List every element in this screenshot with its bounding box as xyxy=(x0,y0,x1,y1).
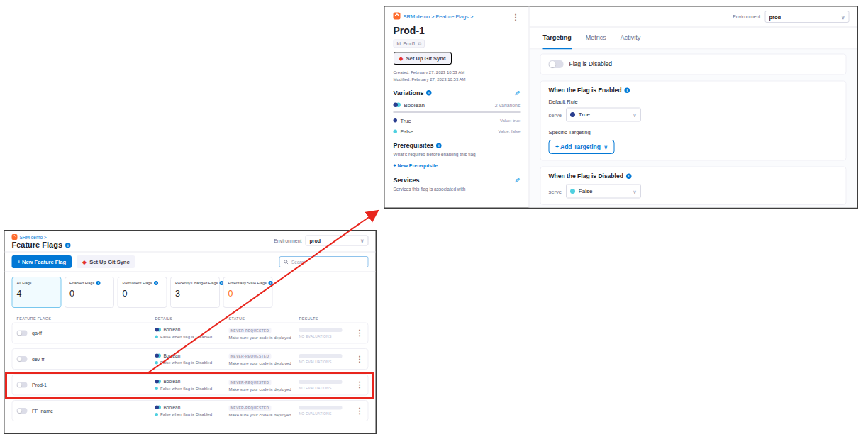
variation-value: Value: false xyxy=(499,129,521,134)
flag-name: dev-ff xyxy=(32,356,44,362)
chevron-down-icon xyxy=(603,144,607,150)
environment-bar: Environment prod xyxy=(274,236,368,246)
variation-dot-false xyxy=(155,361,159,365)
info-icon[interactable] xyxy=(626,173,632,179)
flag-detail-sidebar: SRM demo > Feature Flags > Prod-1 Id: Pr… xyxy=(385,7,530,208)
info-icon[interactable] xyxy=(426,90,432,96)
results-bar xyxy=(299,406,343,410)
flag-toggle[interactable] xyxy=(17,356,28,362)
row-menu-icon[interactable] xyxy=(356,380,364,389)
info-icon[interactable] xyxy=(65,243,71,248)
environment-select[interactable]: prod xyxy=(765,11,850,23)
tab[interactable]: Targeting xyxy=(543,28,572,50)
row-menu-icon[interactable] xyxy=(356,328,364,338)
flag-type: Boolean xyxy=(164,379,181,385)
modified-date: Modified: February 27, 2023 10:53 AM xyxy=(394,76,521,83)
results-bar xyxy=(299,328,343,333)
search-input[interactable] xyxy=(291,259,365,265)
variation-dot xyxy=(394,129,398,133)
stat-card[interactable]: All Flags 4 xyxy=(12,277,62,308)
info-icon[interactable] xyxy=(154,281,158,285)
flag-table-row[interactable]: dev-ff Boolean False when flag is Disabl… xyxy=(12,348,369,370)
flag-dates: Created: February 27, 2023 10:53 AM Modi… xyxy=(394,70,521,84)
flag-state-card: Flag is Disabled xyxy=(540,54,847,75)
flag-name: Prod-1 xyxy=(32,382,47,388)
flag-results-cell: NO EVALUATIONS xyxy=(299,380,347,390)
serve-value: False xyxy=(579,188,593,194)
variation-type-label: Boolean xyxy=(404,101,425,108)
copy-icon[interactable] xyxy=(418,41,421,47)
breadcrumb-text[interactable]: SRM demo > Feature Flags > xyxy=(404,13,474,19)
git-sync-label: Set Up Git Sync xyxy=(89,259,129,265)
add-targeting-button[interactable]: + Add Targeting xyxy=(549,140,615,154)
variations-list: True Value: true False Value: false xyxy=(394,117,521,134)
row-menu-icon[interactable] xyxy=(356,406,364,416)
environment-select[interactable]: prod xyxy=(306,236,369,246)
info-icon[interactable] xyxy=(96,281,101,285)
edit-services-icon[interactable] xyxy=(514,176,520,184)
disabled-serve-select[interactable]: False xyxy=(566,184,641,199)
status-badge: NEVER-REQUESTED xyxy=(229,405,272,411)
info-icon[interactable] xyxy=(624,87,630,93)
stat-value: 0 xyxy=(123,289,162,299)
setup-git-sync-button[interactable]: Set Up Git Sync xyxy=(77,255,135,268)
flag-toggle[interactable] xyxy=(17,408,28,414)
variation-type-row: Boolean 2 variations xyxy=(394,101,521,112)
flag-menu-icon[interactable] xyxy=(512,13,520,21)
flag-name: FF_name xyxy=(32,408,53,414)
results-text: NO EVALUATIONS xyxy=(299,360,347,365)
flag-table-row[interactable]: qa-ff Boolean False when flag is Disable… xyxy=(12,323,369,344)
col-details: DETAILS xyxy=(155,316,229,321)
git-sync-icon xyxy=(82,259,87,265)
flag-toggle[interactable] xyxy=(17,331,28,336)
default-rule-serve-select[interactable]: True xyxy=(566,108,641,122)
new-prerequisite-link[interactable]: + New Prerequisite xyxy=(394,162,521,168)
search-box xyxy=(279,256,369,267)
prerequisites-heading: Prerequisites xyxy=(394,142,521,150)
stat-value: 0 xyxy=(228,289,268,299)
tab[interactable]: Activity xyxy=(621,28,641,50)
info-icon[interactable] xyxy=(436,143,442,148)
breadcrumb[interactable]: SRM demo > Feature Flags > xyxy=(394,13,521,20)
add-targeting-label: + Add Targeting xyxy=(555,143,601,150)
srm-module-icon xyxy=(394,13,401,20)
stat-card[interactable]: Enabled Flags 0 xyxy=(65,277,114,308)
flag-toggle[interactable] xyxy=(17,382,28,388)
variation-name: True xyxy=(401,117,411,123)
row-menu-icon[interactable] xyxy=(356,355,364,364)
breadcrumb-text[interactable]: SRM demo > xyxy=(20,234,47,240)
flag-state-toggle[interactable] xyxy=(549,60,564,68)
chevron-down-icon xyxy=(841,14,845,20)
flag-state-label: Flag is Disabled xyxy=(569,61,612,68)
boolean-type-icon xyxy=(155,354,162,358)
stat-card[interactable]: Permanent Flags 0 xyxy=(118,277,167,308)
flag-type: Boolean xyxy=(164,405,181,411)
boolean-type-icon xyxy=(394,103,401,108)
stat-card[interactable]: Potentially Stale Flags 0 xyxy=(223,277,273,308)
flag-details-cell: Boolean False when flag is Disabled xyxy=(155,405,229,417)
table-header: FEATURE FLAGS DETAILS STATUS RESULTS xyxy=(5,314,376,323)
variation-value: Value: true xyxy=(500,118,521,123)
flag-id-pill[interactable]: Id: Prod1 xyxy=(394,40,425,48)
flag-off-rule: False when flag is Disabled xyxy=(160,334,212,339)
variation-dot-false xyxy=(155,387,159,390)
setup-git-sync-button[interactable]: Set Up Git Sync xyxy=(394,52,452,65)
edit-variations-icon[interactable] xyxy=(514,89,520,97)
flag-results-cell: NO EVALUATIONS xyxy=(299,354,347,364)
variation-item: True Value: true xyxy=(394,117,521,123)
flag-table-row[interactable]: Prod-1 Boolean False when flag is Disabl… xyxy=(12,375,369,396)
new-feature-flag-button[interactable]: + New Feature Flag xyxy=(12,255,72,268)
chevron-down-icon xyxy=(360,238,364,243)
col-feature-flags: FEATURE FLAGS xyxy=(17,316,155,321)
environment-label: Environment xyxy=(733,14,760,20)
stat-label: Permanent Flags xyxy=(123,281,152,285)
info-icon[interactable] xyxy=(268,281,272,285)
stat-card[interactable]: Recently Changed Flags 3 xyxy=(170,277,220,308)
serve-label: serve xyxy=(549,111,562,118)
list-header: SRM demo > Feature Flags Environment pro… xyxy=(5,231,376,253)
flag-table-row[interactable]: FF_name Boolean False when flag is Disab… xyxy=(12,400,369,421)
status-text: Make sure your code is deployed xyxy=(229,335,299,340)
flag-detail-main: Environment prod Targeting Metrics Activ… xyxy=(530,7,857,208)
tab[interactable]: Metrics xyxy=(586,28,606,50)
stat-value: 4 xyxy=(17,289,57,299)
